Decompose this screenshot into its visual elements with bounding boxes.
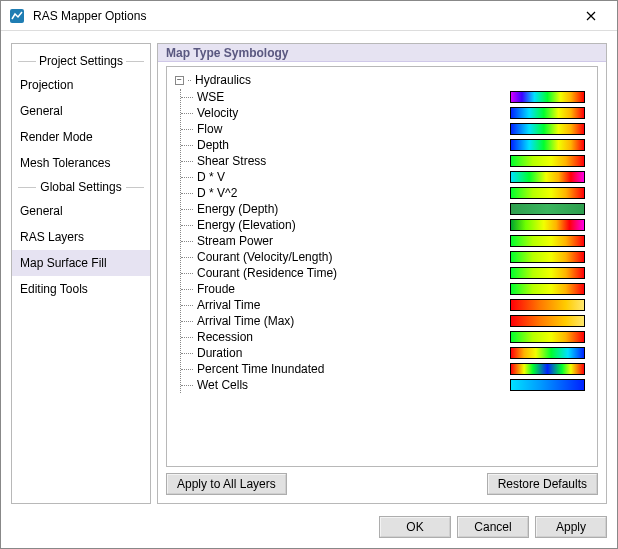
tree-item-label: Wet Cells [195, 378, 510, 392]
tree-branch-icon [181, 89, 195, 105]
close-button[interactable] [569, 2, 613, 30]
color-ramp-swatch[interactable] [510, 139, 585, 151]
tree-branch-icon [181, 201, 195, 217]
color-ramp-swatch[interactable] [510, 187, 585, 199]
tree-item[interactable]: Depth [181, 137, 589, 153]
dialog-footer: OK Cancel Apply [1, 510, 617, 548]
tree-item[interactable]: Flow [181, 121, 589, 137]
apply-to-all-layers-button[interactable]: Apply to All Layers [166, 473, 287, 495]
tree-item[interactable]: Arrival Time (Max) [181, 313, 589, 329]
sidebar-item-ras-layers[interactable]: RAS Layers [12, 224, 150, 250]
tree-item[interactable]: Froude [181, 281, 589, 297]
color-ramp-swatch[interactable] [510, 267, 585, 279]
color-ramp-swatch[interactable] [510, 347, 585, 359]
tree-item-label: Froude [195, 282, 510, 296]
tree-root-label: Hydraulics [195, 73, 251, 87]
color-ramp-swatch[interactable] [510, 363, 585, 375]
tree-branch-icon [181, 313, 195, 329]
sidebar-section-global: Global Settings [12, 180, 150, 194]
main-panel: Map Type Symbology − Hydraulics WSEVeloc… [157, 43, 607, 504]
tree-branch-icon [181, 377, 195, 393]
group-title: Map Type Symbology [158, 44, 606, 62]
tree-item[interactable]: Wet Cells [181, 377, 589, 393]
map-type-symbology-group: Map Type Symbology − Hydraulics WSEVeloc… [157, 43, 607, 504]
color-ramp-swatch[interactable] [510, 299, 585, 311]
tree-item[interactable]: Shear Stress [181, 153, 589, 169]
color-ramp-swatch[interactable] [510, 171, 585, 183]
tree-item-label: Shear Stress [195, 154, 510, 168]
ok-button[interactable]: OK [379, 516, 451, 538]
sidebar-item-global-general[interactable]: General [12, 198, 150, 224]
sidebar: Project Settings Projection General Rend… [11, 43, 151, 504]
tree-branch-icon [181, 329, 195, 345]
tree-item[interactable]: Percent Time Inundated [181, 361, 589, 377]
sidebar-item-projection[interactable]: Projection [12, 72, 150, 98]
tree-branch-icon [181, 105, 195, 121]
tree-branch-icon [181, 265, 195, 281]
color-ramp-swatch[interactable] [510, 123, 585, 135]
tree-item-label: D * V^2 [195, 186, 510, 200]
tree-item[interactable]: Recession [181, 329, 589, 345]
tree-item[interactable]: D * V^2 [181, 185, 589, 201]
tree-item-label: Courant (Velocity/Length) [195, 250, 510, 264]
tree-item[interactable]: Courant (Velocity/Length) [181, 249, 589, 265]
tree-item[interactable]: Courant (Residence Time) [181, 265, 589, 281]
tree-item-label: Courant (Residence Time) [195, 266, 510, 280]
color-ramp-swatch[interactable] [510, 219, 585, 231]
titlebar: RAS Mapper Options [1, 1, 617, 31]
collapse-icon[interactable]: − [175, 76, 184, 85]
tree-item[interactable]: Velocity [181, 105, 589, 121]
sidebar-item-render-mode[interactable]: Render Mode [12, 124, 150, 150]
tree-branch-icon [181, 233, 195, 249]
tree-branch-icon [181, 185, 195, 201]
tree-branch-icon [181, 345, 195, 361]
tree-branch-icon [181, 249, 195, 265]
tree-item-label: WSE [195, 90, 510, 104]
tree-branch-icon [181, 281, 195, 297]
sidebar-item-mesh-tolerances[interactable]: Mesh Tolerances [12, 150, 150, 176]
tree-item-label: Arrival Time (Max) [195, 314, 510, 328]
color-ramp-swatch[interactable] [510, 235, 585, 247]
tree-item[interactable]: WSE [181, 89, 589, 105]
color-ramp-swatch[interactable] [510, 155, 585, 167]
tree-item[interactable]: Duration [181, 345, 589, 361]
tree-item-label: Velocity [195, 106, 510, 120]
tree-branch-icon [181, 137, 195, 153]
tree-branch-icon [181, 121, 195, 137]
symbology-tree: − Hydraulics WSEVelocityFlowDepthShear S… [166, 66, 598, 467]
tree-item-label: Energy (Depth) [195, 202, 510, 216]
tree-item-label: Arrival Time [195, 298, 510, 312]
cancel-button[interactable]: Cancel [457, 516, 529, 538]
tree-item[interactable]: Energy (Depth) [181, 201, 589, 217]
apply-button[interactable]: Apply [535, 516, 607, 538]
tree-branch-icon [181, 297, 195, 313]
color-ramp-swatch[interactable] [510, 283, 585, 295]
tree-branch-icon [181, 153, 195, 169]
close-icon [586, 8, 596, 24]
color-ramp-swatch[interactable] [510, 315, 585, 327]
tree-root-hydraulics[interactable]: − Hydraulics [175, 73, 589, 87]
color-ramp-swatch[interactable] [510, 107, 585, 119]
color-ramp-swatch[interactable] [510, 91, 585, 103]
tree-item-label: Energy (Elevation) [195, 218, 510, 232]
restore-defaults-button[interactable]: Restore Defaults [487, 473, 598, 495]
sidebar-item-editing-tools[interactable]: Editing Tools [12, 276, 150, 302]
color-ramp-swatch[interactable] [510, 251, 585, 263]
tree-branch-icon [181, 361, 195, 377]
sidebar-item-general[interactable]: General [12, 98, 150, 124]
tree-item[interactable]: Arrival Time [181, 297, 589, 313]
color-ramp-swatch[interactable] [510, 331, 585, 343]
tree-item[interactable]: D * V [181, 169, 589, 185]
sidebar-item-map-surface-fill[interactable]: Map Surface Fill [12, 250, 150, 276]
tree-children: WSEVelocityFlowDepthShear StressD * VD *… [180, 89, 589, 393]
color-ramp-swatch[interactable] [510, 379, 585, 391]
tree-item[interactable]: Energy (Elevation) [181, 217, 589, 233]
tree-branch-icon [181, 169, 195, 185]
sidebar-section-project: Project Settings [12, 54, 150, 68]
dialog-window: RAS Mapper Options Project Settings Proj… [0, 0, 618, 549]
tree-item-label: Flow [195, 122, 510, 136]
tree-item-label: D * V [195, 170, 510, 184]
group-button-row: Apply to All Layers Restore Defaults [166, 467, 598, 495]
color-ramp-swatch[interactable] [510, 203, 585, 215]
tree-item[interactable]: Stream Power [181, 233, 589, 249]
